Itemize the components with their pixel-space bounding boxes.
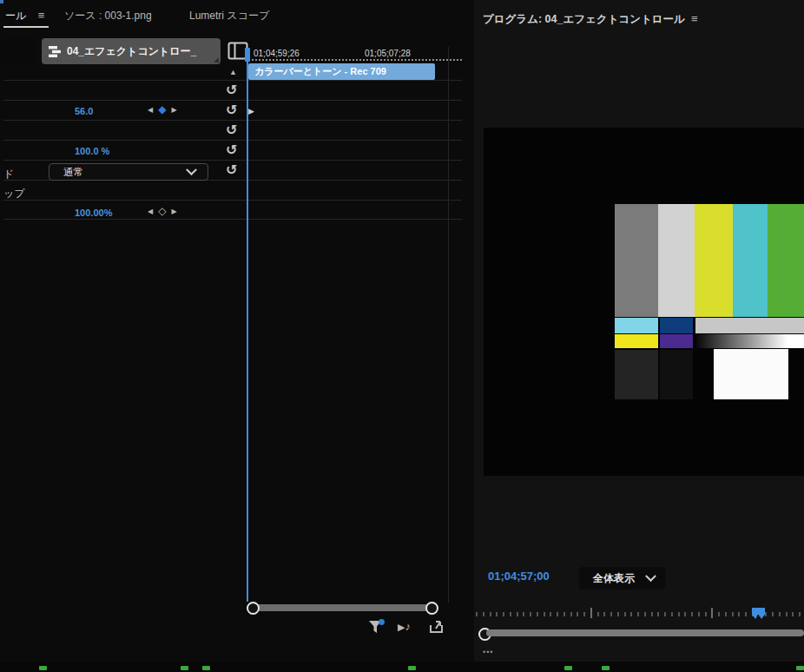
timeline-panel-sliver	[0, 662, 804, 672]
bar-green	[768, 204, 804, 317]
ruler-tick	[577, 612, 578, 616]
add-keyframe-icon[interactable]: ◇	[158, 205, 166, 217]
next-keyframe-icon[interactable]: ▶	[171, 208, 176, 215]
ruler-tick	[523, 612, 524, 616]
note-icon: ♪	[405, 620, 411, 633]
ruler-tick	[603, 612, 605, 616]
blend-mode-label: ド	[3, 167, 14, 181]
reset-icon[interactable]: ↺	[226, 123, 237, 137]
export-icon	[429, 619, 444, 634]
ruler-tick	[745, 612, 747, 616]
export-button[interactable]	[429, 619, 444, 634]
ruler-tick	[691, 612, 693, 616]
ruler-tick	[684, 612, 686, 616]
castellation-yellow	[615, 334, 658, 348]
zoom-level-select[interactable]: 全体表示	[579, 567, 665, 590]
timeline-clip-sliver	[602, 666, 610, 670]
effect-controls-panel: ール ≡ ソース : 003-1.png Lumetri スコープ 04_エフェ…	[0, 0, 3, 3]
tab-source[interactable]: ソース : 003-1.png	[64, 9, 152, 23]
reset-icon[interactable]: ↺	[226, 163, 237, 177]
reset-icon[interactable]: ↺	[226, 143, 237, 157]
ruler-tick	[557, 612, 558, 616]
panel-resize-grip[interactable]: •••	[483, 648, 493, 656]
tab-effect-controls[interactable]: ール ≡	[5, 9, 44, 23]
castellation-purple	[660, 334, 693, 348]
scrollbar-left-knob[interactable]	[247, 602, 260, 615]
ruler-tick	[657, 612, 659, 616]
keyframe-marker[interactable]: ▶	[248, 107, 254, 115]
castellation-navy	[660, 318, 693, 333]
button-corner-triangle	[214, 57, 219, 63]
keyframe-nav: ◀ ◇ ▶	[148, 205, 177, 217]
add-keyframe-icon[interactable]: ◆	[158, 103, 166, 115]
ruler-tick	[583, 612, 585, 616]
timeline-clip-sliver	[181, 666, 188, 670]
ruler-tick	[698, 612, 700, 616]
rotation-value[interactable]: 56.0	[75, 106, 93, 116]
ruler-tick	[483, 612, 484, 616]
panel-menu-icon[interactable]: ≡	[38, 9, 45, 22]
ruler-tick	[530, 612, 531, 616]
ruler-tick	[644, 612, 646, 616]
tab-lumetri-scopes[interactable]: Lumetri スコープ	[189, 9, 269, 23]
program-playhead-marker[interactable]	[752, 608, 765, 619]
playhead[interactable]	[247, 48, 248, 602]
scrollbar-right-knob[interactable]	[425, 602, 438, 615]
program-timecode[interactable]: 01;04;57;00	[488, 570, 550, 583]
ruler-tick	[725, 612, 727, 616]
program-timeline-ruler[interactable]	[474, 606, 804, 620]
ruler-tick	[799, 612, 801, 616]
opacity-value[interactable]: 100.0 %	[75, 146, 109, 156]
mini-timeline-ruler[interactable]	[247, 47, 462, 61]
panel-menu-icon[interactable]: ≡	[691, 12, 698, 25]
reset-icon[interactable]: ↺	[226, 83, 237, 97]
play-audio-button[interactable]: ▶♪	[398, 620, 411, 633]
bar-gray	[615, 204, 658, 317]
prev-keyframe-icon[interactable]: ◀	[148, 106, 153, 114]
row-divider	[3, 120, 462, 121]
ruler-tick	[570, 612, 572, 616]
ruler-tick	[537, 612, 538, 616]
program-scrollbar[interactable]	[486, 629, 804, 636]
premiere-workspace: ール ≡ ソース : 003-1.png Lumetri スコープ 04_エフェ…	[0, 0, 804, 672]
row-divider	[3, 200, 462, 201]
ruler-tick	[664, 612, 666, 616]
ec-zoom-scrollbar[interactable]	[252, 604, 432, 611]
timeline-clip-sliver	[796, 666, 804, 670]
effect-clip-bar[interactable]: カラーバーとトーン - Rec 709	[248, 63, 435, 80]
clip-source-box	[2, 36, 36, 63]
ruler-tick	[718, 612, 720, 616]
next-keyframe-icon[interactable]: ▶	[171, 106, 176, 114]
gradient-strip	[695, 334, 804, 348]
keyframe-nav: ◀ ◆ ▶	[148, 103, 177, 115]
ruler-tick	[630, 612, 632, 616]
blend-mode-select[interactable]: 通常	[49, 163, 208, 181]
timeline-edge	[448, 47, 449, 603]
ruler-tick	[792, 612, 794, 616]
ruler-tick	[544, 612, 545, 616]
ruler-tick	[503, 612, 504, 616]
bar-yellow	[695, 204, 733, 317]
reset-icon[interactable]: ↺	[226, 103, 237, 117]
prev-keyframe-icon[interactable]: ◀	[148, 208, 153, 215]
ruler-tick	[624, 612, 626, 616]
sequence-clip-button[interactable]: 04_エフェクトコントロー_	[42, 38, 221, 64]
scroll-up-icon[interactable]: ▲	[229, 68, 237, 76]
program-title: プログラム: 04_エフェクトコントロール	[483, 12, 685, 27]
filter-effects-button[interactable]	[368, 618, 386, 636]
row-divider	[3, 80, 462, 81]
ruler-tick	[637, 612, 639, 616]
ruler-tick	[671, 612, 673, 616]
ruler-tick	[711, 608, 713, 618]
ruler-tick	[765, 612, 767, 616]
timeline-clip-sliver	[408, 666, 416, 670]
block-white	[714, 349, 788, 399]
sequence-clip-label: 04_エフェクトコントロー_	[67, 44, 196, 59]
ruler-tick	[563, 612, 565, 616]
time-remap-label: ップ	[3, 187, 25, 201]
ruler-tick	[597, 612, 599, 616]
chevron-down-icon	[645, 570, 656, 582]
ruler-tick	[651, 612, 653, 616]
speed-value[interactable]: 100.00%	[75, 208, 112, 218]
ruler-tick	[705, 612, 707, 616]
